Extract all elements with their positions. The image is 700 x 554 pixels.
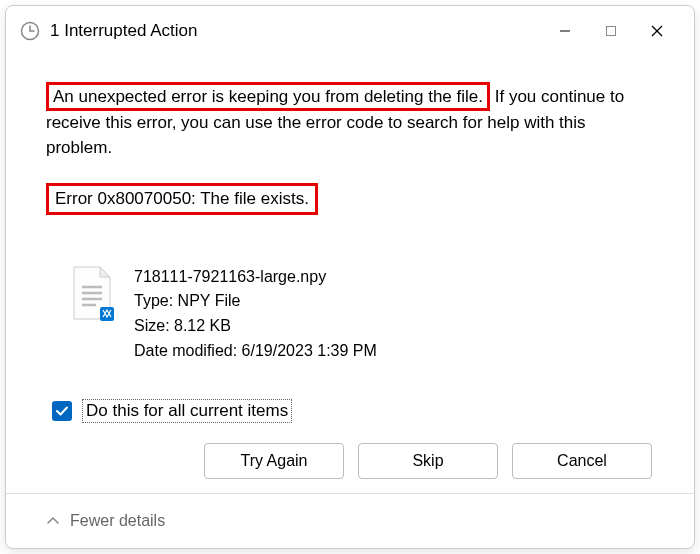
file-size: Size: 8.12 KB bbox=[134, 314, 377, 339]
clock-icon bbox=[20, 21, 40, 41]
error-message: An unexpected error is keeping you from … bbox=[46, 84, 654, 161]
dialog-title: 1 Interrupted Action bbox=[50, 21, 532, 41]
minimize-button[interactable] bbox=[542, 16, 588, 46]
error-highlight-code: Error 0x80070050: The file exists. bbox=[46, 183, 318, 215]
interrupted-action-dialog: 1 Interrupted Action An unexpected error… bbox=[5, 5, 695, 549]
maximize-button[interactable] bbox=[588, 16, 634, 46]
error-highlight-primary: An unexpected error is keeping you from … bbox=[46, 82, 490, 111]
file-info: 718111-7921163-large.npy Type: NPY File … bbox=[70, 265, 654, 364]
file-details: 718111-7921163-large.npy Type: NPY File … bbox=[134, 265, 377, 364]
close-button[interactable] bbox=[634, 16, 680, 46]
error-code: Error 0x80070050: The file exists. bbox=[46, 183, 654, 215]
fewer-details-link[interactable]: Fewer details bbox=[70, 512, 165, 530]
file-name: 718111-7921163-large.npy bbox=[134, 265, 377, 290]
file-icon bbox=[70, 265, 114, 321]
window-controls bbox=[542, 16, 680, 46]
skip-button[interactable]: Skip bbox=[358, 443, 498, 479]
button-row: Try Again Skip Cancel bbox=[46, 443, 654, 479]
titlebar: 1 Interrupted Action bbox=[6, 6, 694, 54]
cancel-button[interactable]: Cancel bbox=[512, 443, 652, 479]
file-modified: Date modified: 6/19/2023 1:39 PM bbox=[134, 339, 377, 364]
apply-all-row: Do this for all current items bbox=[52, 399, 654, 423]
apply-all-label[interactable]: Do this for all current items bbox=[82, 399, 292, 423]
try-again-button[interactable]: Try Again bbox=[204, 443, 344, 479]
svg-rect-4 bbox=[607, 27, 616, 36]
apply-all-checkbox[interactable] bbox=[52, 401, 72, 421]
dialog-content: An unexpected error is keeping you from … bbox=[6, 54, 694, 493]
footer: Fewer details bbox=[6, 493, 694, 548]
chevron-up-icon[interactable] bbox=[46, 514, 60, 528]
file-type: Type: NPY File bbox=[134, 289, 377, 314]
